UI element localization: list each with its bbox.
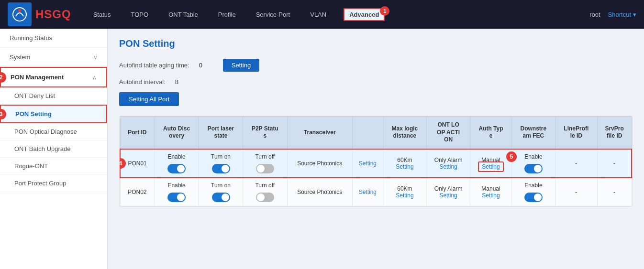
setting-all-port-button[interactable]: Setting All Port bbox=[119, 92, 179, 106]
auth-badge: 5 bbox=[506, 151, 517, 162]
downstream-toggle-2[interactable] bbox=[524, 193, 543, 202]
row1-badge: 4 bbox=[119, 158, 126, 169]
logo-icon bbox=[8, 2, 32, 26]
col-transceiver: Transceiver bbox=[287, 117, 352, 149]
cell-port-laser: Turn on bbox=[199, 149, 243, 178]
main-content: PON Setting Autofind table aging time: 0… bbox=[108, 29, 644, 269]
cell-transceiver-setting: Setting bbox=[352, 149, 383, 178]
cell-srv-profile-2: - bbox=[597, 178, 632, 206]
page-title: PON Setting bbox=[119, 38, 633, 49]
downstream-toggle-container: Enable bbox=[515, 153, 552, 173]
sidebar-item-rogue-ont[interactable]: Rogue-ONT bbox=[0, 158, 107, 175]
autofind-aging-label: Autofind table aging time: bbox=[119, 62, 189, 69]
port-laser-knob bbox=[222, 165, 229, 172]
nav-advanced-wrap: Advanced 1 bbox=[344, 11, 385, 18]
autofind-interval-value: 8 bbox=[175, 78, 189, 86]
nav-topo[interactable]: TOPO bbox=[128, 9, 152, 20]
nav-service-port[interactable]: Service-Port bbox=[253, 9, 293, 20]
downstream-toggle-container-2: Enable bbox=[515, 182, 552, 202]
pon-management-badge: 2 bbox=[0, 72, 6, 83]
nav-status[interactable]: Status bbox=[90, 9, 114, 20]
p2p-toggle-container-2: Turn off bbox=[246, 182, 284, 202]
cell-loop-action: Only Alarm Setting bbox=[427, 149, 470, 178]
table-row: 4 PON01 Enable bbox=[120, 149, 632, 178]
downstream-toggle[interactable] bbox=[524, 164, 543, 173]
cell-port-id: 4 PON01 bbox=[120, 149, 155, 178]
sidebar-item-pon-optical-diagnose[interactable]: PON Optical Diagnose bbox=[0, 123, 107, 140]
shortcut-button[interactable]: Shortcut ▾ bbox=[608, 11, 636, 18]
col-line-profile: LineProfile ID bbox=[555, 117, 597, 149]
cell-p2p: Turn off bbox=[243, 149, 288, 178]
cell-auto-disc: Enable bbox=[155, 178, 199, 206]
p2p-toggle-2[interactable] bbox=[256, 193, 274, 202]
p2p-toggle[interactable] bbox=[256, 164, 274, 173]
transceiver-setting-link[interactable]: Setting bbox=[359, 160, 377, 167]
port-laser-toggle-container-2: Turn on bbox=[202, 182, 240, 202]
cell-p2p-2: Turn off bbox=[243, 178, 288, 206]
user-label: root bbox=[589, 11, 600, 18]
pon-setting-badge: 3 bbox=[0, 109, 6, 119]
p2p-toggle-container: Turn off bbox=[246, 153, 284, 173]
sidebar: Running Status System ∨ PON Management ∧… bbox=[0, 29, 108, 269]
autofind-aging-row: Autofind table aging time: 0 Setting bbox=[119, 59, 633, 72]
col-auth-type: Auth Type bbox=[470, 117, 512, 149]
cell-loop-action-2: Only Alarm Setting bbox=[427, 178, 470, 206]
nav-profile[interactable]: Profile bbox=[215, 9, 239, 20]
cell-max-logic-2: 60Km Setting bbox=[383, 178, 426, 206]
nav-advanced[interactable]: Advanced bbox=[344, 8, 385, 21]
nav-menu: Status TOPO ONT Table Profile Service-Po… bbox=[90, 9, 589, 20]
cell-max-logic: 60Km Setting bbox=[383, 149, 426, 178]
port-laser-toggle-2[interactable] bbox=[212, 193, 230, 202]
autofind-aging-value: 0 bbox=[199, 62, 213, 69]
downstream-knob-2 bbox=[534, 194, 542, 201]
header-right: root Shortcut ▾ bbox=[589, 11, 636, 18]
sidebar-item-pon-management[interactable]: PON Management ∧ 2 bbox=[0, 67, 107, 87]
col-port-id: Port ID bbox=[120, 117, 155, 149]
auth-setting-link-2[interactable]: Setting bbox=[482, 192, 500, 199]
col-port-laser: Port laserstate bbox=[199, 117, 243, 149]
cell-auth-type: Manual 5 Setting bbox=[470, 149, 512, 178]
autofind-interval-row: Autofind interval: 8 bbox=[119, 78, 633, 86]
cell-transceiver: Source Photonics bbox=[287, 149, 352, 178]
max-logic-setting-link-2[interactable]: Setting bbox=[396, 192, 413, 199]
nav-vlan[interactable]: VLAN bbox=[307, 9, 329, 20]
table-row: PON02 Enable Turn on bbox=[120, 178, 632, 206]
sidebar-item-running-status[interactable]: Running Status bbox=[0, 29, 107, 48]
max-logic-setting-link[interactable]: Setting bbox=[396, 163, 413, 170]
col-max-logic: Max logicdistance bbox=[383, 117, 426, 149]
cell-transceiver-2: Source Photonics bbox=[287, 178, 352, 206]
auto-disc-toggle-2[interactable] bbox=[167, 193, 186, 202]
sidebar-item-pon-setting[interactable]: PON Setting 3 bbox=[0, 105, 107, 123]
nav-advanced-badge: 1 bbox=[380, 6, 389, 16]
setting-button[interactable]: Setting bbox=[223, 59, 259, 72]
nav-ont-table[interactable]: ONT Table bbox=[166, 9, 201, 20]
auto-disc-toggle-container-2: Enable bbox=[157, 182, 196, 202]
auto-disc-knob-2 bbox=[177, 194, 185, 201]
sidebar-item-system[interactable]: System ∨ bbox=[0, 48, 107, 67]
loop-setting-link[interactable]: Setting bbox=[439, 163, 457, 170]
transceiver-setting-link-2[interactable]: Setting bbox=[359, 189, 377, 195]
auto-disc-toggle[interactable] bbox=[167, 164, 186, 173]
port-laser-toggle[interactable] bbox=[212, 164, 230, 173]
port-laser-toggle-container: Turn on bbox=[202, 153, 240, 173]
cell-line-profile-2: - bbox=[555, 178, 597, 206]
col-downstream-fec: Downstream FEC bbox=[511, 117, 555, 149]
auth-setting-link-bordered[interactable]: Setting bbox=[478, 161, 503, 172]
sidebar-item-ont-deny-list[interactable]: ONT Deny List bbox=[0, 87, 107, 105]
port-laser-knob-2 bbox=[222, 194, 229, 201]
pon-settings-table: Port ID Auto Discovery Port laserstate P… bbox=[120, 116, 632, 206]
sidebar-item-ont-batch-upgrade[interactable]: ONT Batch Upgrade bbox=[0, 140, 107, 158]
pon-table: Port ID Auto Discovery Port laserstate P… bbox=[119, 116, 633, 207]
cell-auth-type-2: Manual Setting bbox=[470, 178, 512, 206]
cell-downstream-fec: Enable bbox=[511, 149, 555, 178]
cell-transceiver-setting-2: Setting bbox=[352, 178, 383, 206]
loop-setting-link-2[interactable]: Setting bbox=[439, 192, 457, 199]
cell-auto-disc: Enable bbox=[155, 149, 199, 178]
col-p2p: P2P Status bbox=[243, 117, 288, 149]
cell-srv-profile: - bbox=[597, 149, 632, 178]
auto-disc-toggle-container: Enable bbox=[157, 153, 196, 173]
sidebar-item-port-protect-group[interactable]: Port Protect Group bbox=[0, 175, 107, 192]
logo-area: HSGQ bbox=[8, 2, 71, 26]
cell-line-profile: - bbox=[555, 149, 597, 178]
p2p-knob-2 bbox=[257, 194, 265, 201]
